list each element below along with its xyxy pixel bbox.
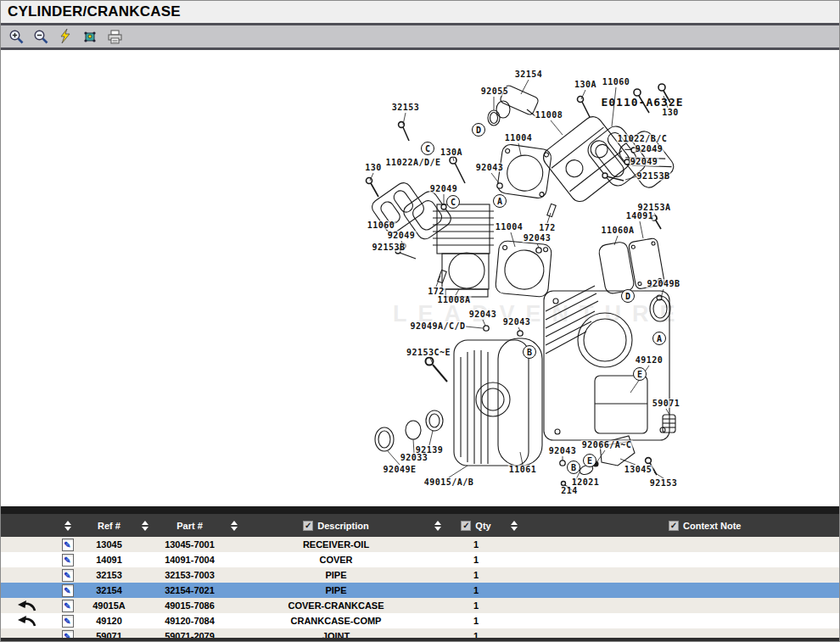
part-label[interactable]: 92043 — [502, 317, 532, 327]
part-label[interactable]: 92049A/C/D — [409, 321, 466, 331]
part-label[interactable]: 14091 — [625, 211, 655, 221]
part-cell: 13045-7001 — [154, 539, 226, 550]
table-row[interactable]: ✎1304513045-7001RECEIVER-OIL1 — [1, 537, 839, 552]
part-label[interactable]: 130A — [574, 80, 597, 89]
page-title: CYLINDER/CRANKCASE — [8, 3, 181, 20]
part-label[interactable]: 172 — [538, 223, 557, 232]
part-label[interactable]: 11060A — [600, 226, 635, 235]
part-label[interactable]: 92049B — [646, 279, 680, 288]
part-label[interactable]: 92049E — [382, 465, 417, 474]
image-tool-icon[interactable] — [81, 28, 99, 45]
table-row[interactable]: ✎4912049120-7084CRANKCASE-COMP1 — [1, 613, 839, 628]
zoom-in-icon[interactable] — [7, 28, 25, 45]
column-part: Part # — [154, 521, 226, 531]
table-row[interactable]: ✎3215432154-7021PIPE1 — [1, 583, 839, 598]
description-cell: PIPE — [243, 585, 429, 595]
part-label[interactable]: 13045 — [624, 465, 653, 474]
part-cell: 14091-7004 — [154, 555, 226, 565]
part-label[interactable]: 11008 — [535, 110, 564, 120]
back-arrow-icon[interactable] — [1, 600, 53, 611]
context-note-checkbox[interactable]: ✓ — [669, 521, 679, 531]
column-context-note: Context Note — [683, 521, 741, 531]
part-label[interactable]: 92153C~E — [406, 348, 451, 357]
sort-button[interactable] — [231, 521, 238, 531]
lightning-icon[interactable] — [56, 28, 75, 45]
part-cell: 32154-7021 — [154, 585, 226, 595]
part-label[interactable]: 92049 — [630, 157, 659, 166]
part-label[interactable]: 92153B — [371, 243, 406, 252]
part-label[interactable]: 92153B — [636, 171, 670, 181]
zoom-out-icon[interactable] — [31, 28, 50, 45]
edit-part-icon[interactable]: ✎ — [62, 554, 74, 567]
part-label[interactable]: 92043 — [475, 163, 505, 172]
part-label[interactable]: 130 — [661, 108, 680, 117]
part-label[interactable]: 11061 — [508, 465, 538, 474]
part-label[interactable]: 11022A/D/E — [384, 158, 441, 167]
part-label[interactable]: 32153 — [391, 103, 421, 112]
exploded-diagram: LEADVENTURE — [1, 50, 839, 506]
edit-part-icon[interactable]: ✎ — [62, 615, 74, 628]
ref-cell: 13045 — [81, 539, 137, 550]
part-label[interactable]: 11004 — [495, 222, 524, 232]
callout-letter: B — [567, 461, 580, 474]
part-label[interactable]: 92043 — [523, 233, 552, 243]
part-label[interactable]: 92033 — [400, 453, 429, 462]
title-bar: CYLINDER/CRANKCASE — [1, 1, 839, 23]
part-label[interactable]: 11008A — [436, 295, 471, 304]
callout-letter: E — [583, 454, 596, 467]
part-label[interactable]: 130 — [364, 163, 383, 172]
diagram-toolbar — [1, 25, 839, 47]
description-checkbox[interactable]: ✓ — [303, 521, 313, 531]
callout-letter: C — [446, 195, 460, 209]
edit-part-icon[interactable]: ✎ — [62, 539, 74, 551]
part-label[interactable]: 92049 — [635, 144, 664, 154]
part-label[interactable]: 59071 — [652, 399, 681, 408]
table-row[interactable]: ✎49015A49015-7086COVER-CRANKCASE1 — [1, 598, 839, 613]
edit-part-icon[interactable]: ✎ — [62, 569, 74, 582]
sort-button[interactable] — [64, 521, 71, 531]
parts-table-header: Ref # Part # ✓ Description ✓ Qty ✓ Conte… — [1, 514, 839, 537]
part-label[interactable]: 92049 — [387, 231, 417, 240]
part-cell: 32153-7003 — [154, 570, 226, 580]
qty-cell: 1 — [446, 585, 506, 595]
column-qty: Qty — [475, 521, 490, 531]
parts-catalog-window: CYLINDER/CRANKCASE LEADVENTURE — [0, 0, 840, 642]
part-label[interactable]: 92049 — [429, 184, 459, 193]
edit-part-icon[interactable]: ✎ — [62, 584, 74, 597]
part-label[interactable]: 49120 — [635, 355, 664, 365]
part-label[interactable]: 11060 — [602, 77, 631, 87]
part-label[interactable]: 32154 — [514, 70, 544, 79]
callout-letter: C — [421, 142, 434, 155]
part-label[interactable]: 49015/A/B — [423, 477, 475, 487]
back-arrow-icon[interactable] — [1, 615, 53, 627]
sort-button[interactable] — [142, 521, 148, 531]
part-label[interactable]: 214 — [560, 486, 579, 495]
bottom-edge-bar — [1, 638, 839, 641]
callout-letter: B — [523, 345, 536, 359]
part-label[interactable]: 92055 — [480, 87, 510, 96]
table-row[interactable]: ✎1409114091-7004COVER1 — [1, 552, 839, 567]
part-label[interactable]: 92153 — [649, 478, 679, 488]
part-label[interactable]: 92066/A~C — [581, 440, 633, 449]
part-label[interactable]: 130A — [440, 148, 463, 157]
part-label[interactable]: 11022/B/C — [617, 134, 669, 143]
qty-cell: 1 — [446, 570, 506, 580]
qty-cell: 1 — [446, 555, 506, 565]
print-icon[interactable] — [105, 28, 124, 45]
sort-button[interactable] — [434, 521, 441, 531]
ref-cell: 32153 — [81, 570, 137, 580]
edit-part-icon[interactable]: ✎ — [62, 600, 74, 612]
ref-cell: 14091 — [81, 555, 137, 565]
part-label[interactable]: 92043 — [548, 446, 578, 455]
part-label[interactable]: 92043 — [468, 310, 498, 319]
qty-checkbox[interactable]: ✓ — [461, 521, 471, 531]
part-label[interactable]: 11060 — [367, 221, 396, 230]
callout-letter: A — [652, 332, 666, 345]
callout-letter: D — [472, 123, 485, 137]
column-ref: Ref # — [81, 521, 137, 531]
sort-button[interactable] — [511, 521, 518, 531]
part-label[interactable]: 11004 — [504, 133, 534, 142]
table-row[interactable]: ✎3215332153-7003PIPE1 — [1, 567, 839, 583]
qty-cell: 1 — [446, 539, 506, 550]
ref-cell: 49120 — [81, 616, 137, 626]
